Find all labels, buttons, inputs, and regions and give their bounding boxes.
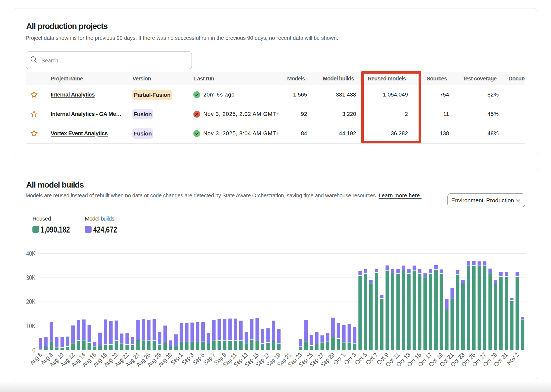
- svg-text:Nov 2: Nov 2: [505, 351, 520, 366]
- svg-text:Sep 7: Sep 7: [202, 351, 217, 366]
- svg-text:Aug 6: Aug 6: [29, 351, 43, 366]
- svg-text:40K: 40K: [26, 250, 36, 257]
- svg-text:Oct 1: Oct 1: [332, 351, 347, 366]
- svg-text:Oct 7: Oct 7: [364, 351, 379, 366]
- svg-text:30K: 30K: [26, 274, 36, 281]
- svg-text:Oct 5: Oct 5: [353, 351, 368, 366]
- svg-text:Sep 5: Sep 5: [191, 351, 206, 366]
- svg-text:Oct 3: Oct 3: [343, 351, 358, 366]
- svg-text:10K: 10K: [26, 322, 36, 330]
- svg-text:Sep 1: Sep 1: [169, 351, 184, 366]
- svg-text:Sep 3: Sep 3: [180, 351, 195, 366]
- svg-text:0: 0: [32, 347, 36, 354]
- svg-text:20K: 20K: [26, 298, 36, 305]
